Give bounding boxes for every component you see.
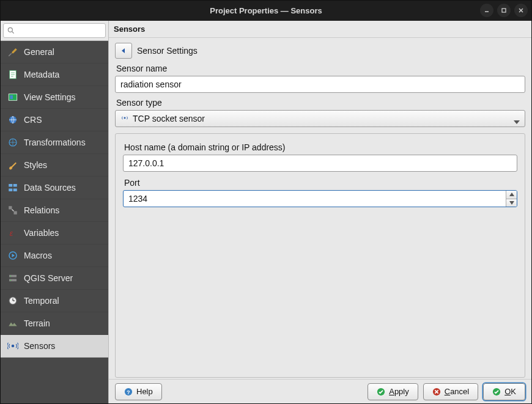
- back-button[interactable]: [115, 43, 132, 59]
- sidebar-item-label: Macros: [24, 251, 52, 260]
- svg-rect-18: [9, 206, 12, 209]
- sidebar-item-variables[interactable]: ε Variables: [1, 222, 108, 244]
- main-panel: Sensors Sensor Settings Sensor name Sens…: [108, 21, 531, 403]
- sidebar-item-relations[interactable]: Relations: [1, 199, 108, 222]
- sensor-name-input[interactable]: [115, 76, 525, 93]
- port-spin-wrap: [123, 190, 517, 207]
- svg-point-26: [10, 276, 12, 277]
- svg-point-31: [12, 345, 15, 348]
- host-name-input[interactable]: [123, 155, 517, 172]
- apply-button-label: Apply: [389, 387, 409, 396]
- spin-down-button[interactable]: [506, 199, 517, 207]
- svg-rect-14: [9, 184, 12, 187]
- content: Sensor Settings Sensor name Sensor type …: [109, 38, 531, 379]
- sidebar-nav: General Metadata View Settings CRS Trans…: [1, 41, 108, 403]
- sidebar-item-view-settings[interactable]: View Settings: [1, 86, 108, 109]
- svg-rect-15: [13, 184, 17, 187]
- broadcast-icon: [120, 114, 129, 124]
- sidebar-item-label: Variables: [24, 228, 59, 238]
- document-icon: [7, 68, 19, 81]
- breadcrumb-label: Sensor Settings: [137, 46, 198, 56]
- sidebar-item-sensors[interactable]: Sensors: [1, 335, 108, 358]
- terrain-icon: [7, 317, 19, 329]
- search-row: [1, 21, 108, 41]
- spin-up-button[interactable]: [506, 191, 517, 199]
- breadcrumb-row: Sensor Settings: [115, 43, 525, 59]
- sensor-name-label: Sensor name: [116, 64, 525, 73]
- svg-rect-1: [502, 9, 506, 12]
- cancel-button-label: Cancel: [445, 387, 469, 396]
- main-header: Sensors: [109, 21, 531, 38]
- relations-icon: [7, 204, 19, 216]
- help-button[interactable]: ? Help: [115, 383, 162, 400]
- globe-grid-icon: [7, 136, 19, 149]
- sidebar-item-label: CRS: [24, 115, 42, 125]
- cancel-button[interactable]: Cancel: [423, 383, 478, 400]
- sensor-type-select[interactable]: TCP socket sensor: [115, 110, 525, 127]
- back-arrow-icon: [120, 47, 127, 54]
- svg-marker-32: [122, 48, 125, 53]
- ok-button-label: OK: [504, 387, 516, 396]
- sidebar-item-crs[interactable]: CRS: [1, 109, 108, 131]
- svg-text:?: ?: [127, 389, 130, 395]
- sensor-type-label: Sensor type: [116, 98, 525, 108]
- sidebar-item-transformations[interactable]: Transformations: [1, 131, 108, 154]
- sidebar-item-label: View Settings: [24, 92, 76, 102]
- epsilon-icon: ε: [7, 227, 19, 239]
- apply-button[interactable]: Apply: [368, 383, 418, 400]
- sidebar: General Metadata View Settings CRS Trans…: [1, 21, 108, 403]
- sensor-type-value: TCP socket sensor: [133, 114, 205, 123]
- sidebar-item-label: Sensors: [24, 341, 55, 351]
- sidebar-item-label: Data Sources: [24, 183, 76, 193]
- port-input[interactable]: [123, 190, 517, 207]
- svg-marker-34: [514, 120, 520, 124]
- window-controls: [480, 4, 528, 17]
- sidebar-item-metadata[interactable]: Metadata: [1, 64, 108, 86]
- cancel-icon: [432, 387, 441, 396]
- sidebar-item-data-sources[interactable]: Data Sources: [1, 177, 108, 199]
- dialog-footer: ? Help Apply Cancel OK: [109, 379, 531, 403]
- brush-icon: [7, 159, 19, 171]
- port-label: Port: [124, 178, 517, 188]
- wrench-icon: [7, 46, 19, 58]
- sidebar-item-label: Terrain: [24, 318, 50, 328]
- connection-groupbox: Host name (a domain string or IP address…: [115, 133, 525, 378]
- globe-icon: [7, 114, 19, 126]
- sidebar-item-qgis-server[interactable]: QGIS Server: [1, 267, 108, 290]
- svg-point-27: [10, 280, 12, 281]
- server-icon: [7, 272, 19, 284]
- data-sources-icon: [7, 182, 19, 194]
- sidebar-search-input[interactable]: [3, 23, 106, 38]
- body: General Metadata View Settings CRS Trans…: [1, 21, 531, 403]
- help-button-label: Help: [136, 387, 153, 396]
- sidebar-item-label: QGIS Server: [24, 273, 73, 283]
- sensor-icon: [7, 340, 19, 352]
- ok-icon: [492, 387, 501, 396]
- svg-point-33: [124, 117, 126, 119]
- view-icon: [7, 91, 19, 103]
- host-name-label: Host name (a domain string or IP address…: [124, 142, 517, 152]
- ok-button[interactable]: OK: [483, 383, 525, 400]
- sidebar-item-macros[interactable]: Macros: [1, 244, 108, 267]
- gear-play-icon: [7, 249, 19, 262]
- close-button[interactable]: [514, 4, 528, 17]
- svg-line-5: [12, 32, 14, 34]
- svg-rect-17: [13, 189, 17, 192]
- svg-marker-36: [509, 201, 514, 205]
- svg-marker-35: [509, 193, 514, 196]
- sidebar-item-general[interactable]: General: [1, 41, 108, 64]
- sidebar-item-label: Temporal: [24, 296, 59, 306]
- sidebar-item-temporal[interactable]: Temporal: [1, 290, 108, 312]
- check-icon: [377, 387, 385, 396]
- project-properties-window: Project Properties — Sensors: [0, 0, 532, 404]
- minimize-button[interactable]: [480, 4, 493, 17]
- sidebar-item-terrain[interactable]: Terrain: [1, 312, 108, 335]
- sidebar-item-styles[interactable]: Styles: [1, 154, 108, 177]
- svg-rect-16: [9, 189, 12, 192]
- sidebar-item-label: Metadata: [24, 70, 59, 79]
- svg-line-20: [12, 210, 14, 211]
- clock-icon: [7, 295, 19, 307]
- svg-rect-11: [10, 95, 13, 99]
- titlebar: Project Properties — Sensors: [1, 1, 531, 21]
- maximize-button[interactable]: [497, 4, 511, 17]
